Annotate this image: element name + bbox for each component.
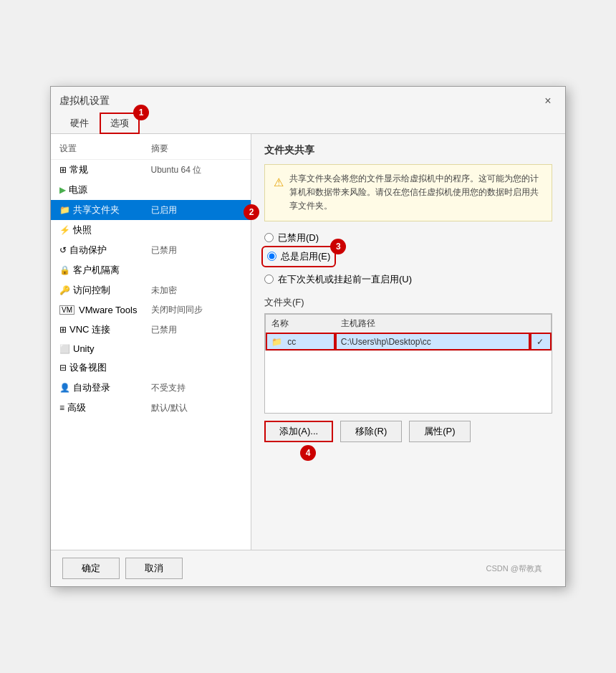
radio-item-always-enabled[interactable]: 总是启用(E) 3	[264, 249, 333, 264]
title-bar: 虚拟机设置 ×	[51, 87, 565, 113]
isolation-icon: 🔒	[59, 265, 70, 275]
right-panel: 文件夹共享 ⚠ 共享文件夹会将您的文件显示给虚拟机中的程序。这可能为您的计算机和…	[251, 134, 565, 550]
add-button[interactable]: 添加(A)...	[264, 421, 333, 442]
annotation-4: 4	[300, 445, 316, 461]
button-row: 添加(A)... 移除(R) 属性(P) 4	[264, 421, 552, 442]
radio-always-enabled[interactable]	[267, 252, 276, 261]
general-icon: ⊞	[59, 165, 67, 175]
radio-item-until-shutdown[interactable]: 在下次关机或挂起前一直启用(U)	[264, 273, 552, 286]
settings-item-isolation[interactable]: 🔒 客户机隔离	[51, 260, 251, 280]
advanced-icon: ≡	[59, 403, 64, 413]
settings-item-general[interactable]: ⊞ 常规 Ubuntu 64 位	[51, 160, 251, 180]
table-row[interactable]: 📁 cc C:\Users\hp\Desktop\cc ✓	[266, 333, 552, 350]
ok-button[interactable]: 确定	[62, 558, 120, 579]
settings-item-access-control[interactable]: 🔑 访问控制 未加密	[51, 280, 251, 300]
annotation-2: 2	[244, 204, 259, 220]
warning-box: ⚠ 共享文件夹会将您的文件显示给虚拟机中的程序。这可能为您的计算机和数据带来风险…	[264, 164, 552, 221]
content-area: 设置 摘要 ⊞ 常规 Ubuntu 64 位 ▶ 电源	[51, 134, 565, 550]
settings-item-advanced[interactable]: ≡ 高级 默认/默认	[51, 398, 251, 418]
settings-item-unity[interactable]: ⬜ Unity	[51, 340, 251, 358]
tab-bar: 硬件 选项 1	[51, 113, 565, 134]
radio-group: 已禁用(D) 总是启用(E) 3 在下次关机或挂起前一直启用(U)	[264, 232, 552, 286]
main-dialog: 虚拟机设置 × 硬件 选项 1 设置 摘要 ⊞ 常规 Ub	[50, 86, 566, 587]
autoprotect-icon: ↺	[59, 245, 67, 255]
radio-always-label: 总是启用(E)	[281, 250, 330, 263]
folder-icon: 📁	[59, 205, 70, 215]
folder-name-cell: 📁 cc	[266, 333, 335, 350]
close-button[interactable]: ×	[539, 92, 557, 110]
settings-item-power[interactable]: ▶ 电源	[51, 180, 251, 200]
annotation-3: 3	[330, 239, 346, 254]
folder-table: 名称 主机路径 📁 cc C:\Users\hp\Desktop\cc	[265, 314, 552, 351]
cancel-button[interactable]: 取消	[125, 558, 183, 579]
footer-info: CSDN @帮教真	[188, 563, 554, 574]
footer: 确定 取消 CSDN @帮教真	[51, 550, 565, 586]
radio-item-disabled[interactable]: 已禁用(D)	[264, 232, 552, 244]
settings-list: ⊞ 常规 Ubuntu 64 位 ▶ 电源 📁	[51, 160, 251, 418]
folder-area: 名称 主机路径 📁 cc C:\Users\hp\Desktop\cc	[264, 313, 552, 414]
radio-disabled-label: 已禁用(D)	[278, 232, 319, 244]
folder-path-cell: C:\Users\hp\Desktop\cc	[335, 333, 530, 350]
radio-until-shutdown-label: 在下次关机或挂起前一直启用(U)	[278, 273, 412, 286]
col-settings: 设置	[59, 143, 151, 155]
settings-item-vmware-tools[interactable]: VM VMware Tools 关闭时间同步	[51, 300, 251, 320]
col-path: 主机路径	[335, 314, 530, 333]
deviceview-icon: ⊟	[59, 363, 67, 373]
settings-item-autoprotect[interactable]: ↺ 自动保护 已禁用	[51, 240, 251, 260]
row-folder-icon: 📁	[271, 337, 282, 347]
autologin-icon: 👤	[59, 383, 70, 393]
col-name: 名称	[266, 314, 335, 333]
settings-item-autologin[interactable]: 👤 自动登录 不受支持	[51, 378, 251, 398]
left-panel: 设置 摘要 ⊞ 常规 Ubuntu 64 位 ▶ 电源	[51, 134, 251, 550]
vmtools-icon: VM	[59, 305, 74, 315]
properties-button[interactable]: 属性(P)	[409, 421, 470, 442]
radio-until-shutdown[interactable]	[264, 275, 274, 284]
annotation-1: 1	[133, 105, 149, 120]
power-icon: ▶	[59, 185, 66, 195]
snapshot-icon: ⚡	[59, 225, 70, 235]
tab-hardware[interactable]: 硬件	[59, 113, 100, 134]
settings-item-vnc[interactable]: ⊞ VNC 连接 已禁用	[51, 320, 251, 340]
settings-item-shared-folders[interactable]: 📁 共享文件夹 已启用 2	[51, 200, 251, 220]
remove-button[interactable]: 移除(R)	[340, 421, 402, 442]
dialog-title: 虚拟机设置	[59, 95, 110, 108]
left-header: 设置 摘要	[51, 140, 251, 160]
folder-section-title: 文件夹(F)	[264, 296, 552, 309]
folder-check-cell: ✓	[530, 333, 552, 350]
warning-text: 共享文件夹会将您的文件显示给虚拟机中的程序。这可能为您的计算机和数据带来风险。请…	[289, 172, 543, 214]
unity-icon: ⬜	[59, 344, 70, 354]
vnc-icon: ⊞	[59, 325, 67, 335]
folder-sharing-title: 文件夹共享	[264, 144, 552, 157]
radio-disabled[interactable]	[264, 233, 274, 242]
col-check	[530, 314, 552, 333]
tab-options[interactable]: 选项 1	[100, 113, 140, 134]
settings-item-device-view[interactable]: ⊟ 设备视图	[51, 358, 251, 378]
settings-item-snapshots[interactable]: ⚡ 快照	[51, 220, 251, 240]
warning-icon: ⚠	[274, 173, 284, 214]
access-icon: 🔑	[59, 285, 70, 295]
col-summary: 摘要	[151, 143, 243, 155]
